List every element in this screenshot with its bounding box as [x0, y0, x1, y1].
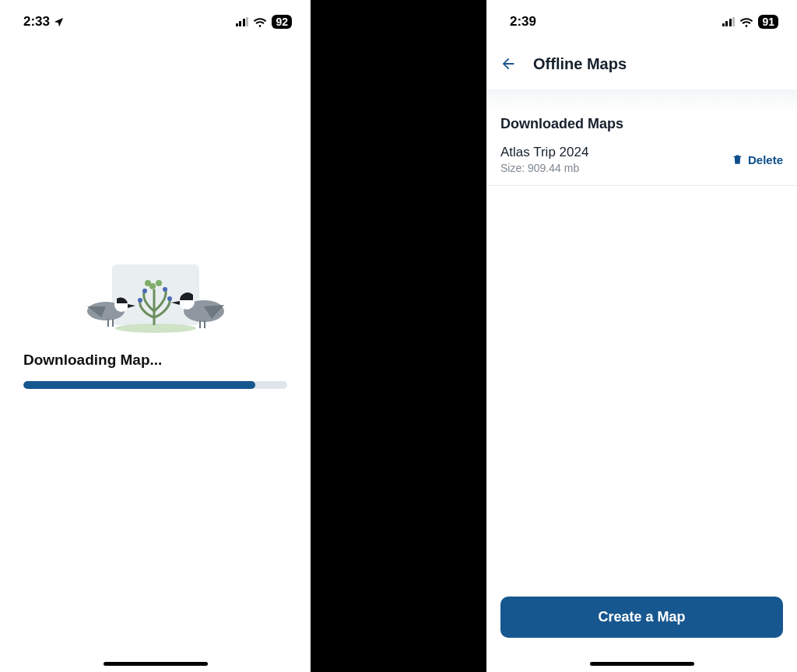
home-indicator: [104, 662, 208, 666]
create-map-button[interactable]: Create a Map: [500, 597, 783, 638]
map-size: Size: 909.44 mb: [500, 162, 588, 174]
svg-rect-13: [112, 319, 114, 327]
status-bar: 2:39 91: [486, 5, 797, 39]
birds-illustration: [70, 260, 241, 338]
trash-icon: [732, 153, 743, 166]
map-info: Atlas Trip 2024 Size: 909.44 mb: [500, 145, 588, 174]
home-indicator: [590, 662, 694, 666]
downloading-panel: Downloading Map...: [0, 8, 311, 641]
download-progress-fill: [23, 381, 255, 389]
phone-left: 2:33 92: [0, 0, 311, 672]
status-time: 2:39: [510, 14, 536, 30]
nav-title: Offline Maps: [533, 55, 627, 73]
map-name: Atlas Trip 2024: [500, 145, 588, 160]
battery-badge: 91: [758, 15, 778, 29]
right-body: Create a Map: [486, 186, 797, 672]
svg-point-8: [145, 280, 151, 286]
section-divider: [486, 89, 797, 111]
delete-label: Delete: [748, 153, 783, 166]
svg-point-5: [167, 296, 172, 301]
svg-point-1: [115, 324, 196, 333]
back-button[interactable]: [497, 53, 519, 75]
status-left: 2:39: [510, 14, 536, 30]
downloaded-maps-heading: Downloaded Maps: [486, 111, 797, 140]
delete-button[interactable]: Delete: [732, 153, 783, 166]
nav-header: Offline Maps: [486, 39, 797, 89]
wifi-icon: [739, 16, 753, 27]
svg-point-3: [163, 287, 167, 292]
download-progress: [23, 381, 287, 389]
svg-rect-18: [204, 320, 205, 328]
cellular-signal-icon: [722, 17, 736, 26]
downloading-title: Downloading Map...: [23, 352, 287, 369]
svg-point-7: [156, 280, 162, 286]
status-right: 91: [722, 15, 778, 29]
svg-point-4: [138, 298, 142, 303]
svg-point-2: [142, 289, 147, 293]
svg-rect-17: [199, 320, 201, 328]
separator-gap: [311, 0, 486, 672]
map-list-item[interactable]: Atlas Trip 2024 Size: 909.44 mb Delete: [486, 140, 797, 186]
svg-rect-12: [107, 319, 109, 327]
phone-right: 2:39 91 Offline Maps Downloaded Maps Atl…: [486, 0, 797, 672]
